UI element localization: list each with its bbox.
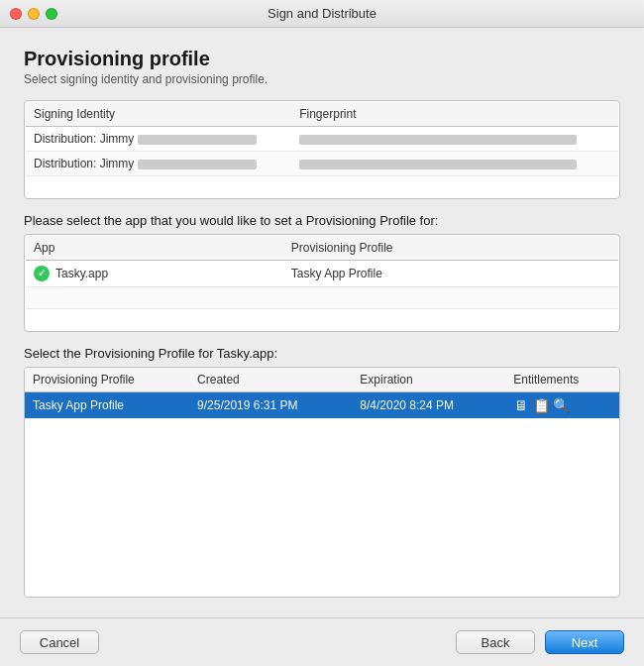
fingerprint-cell	[291, 127, 618, 152]
signing-identity-section: Signing Identity Fingerprint Distributio…	[24, 100, 620, 199]
entitlement-icons: 🖥 📋 🔍	[513, 397, 611, 413]
close-button[interactable]	[10, 8, 22, 20]
check-circle-icon: ✓	[34, 266, 50, 281]
empty-row	[26, 309, 619, 331]
profile-name-col-header: Provisioning Profile	[25, 368, 189, 392]
checkmark: ✓	[38, 269, 46, 278]
provisioning-profile-col-header: Provisioning Profile	[283, 236, 619, 261]
profile-table: Provisioning Profile Created Expiration …	[25, 368, 619, 418]
signing-identity-cell: Distribution: Jimmy	[26, 127, 292, 152]
main-content: Provisioning profile Select signing iden…	[0, 28, 644, 617]
entitlement-icon-1[interactable]: 🖥	[513, 397, 529, 413]
page-subtitle: Select signing identity and provisioning…	[24, 72, 620, 86]
empty-row	[26, 176, 619, 198]
app-col-header: App	[26, 236, 283, 261]
signing-identity-table: Signing Identity Fingerprint Distributio…	[25, 101, 619, 198]
signing-identity-col-header: Signing Identity	[26, 102, 292, 127]
profile-table-section: Select the Provisioning Profile for Task…	[24, 346, 620, 598]
profile-expiration-cell: 8/4/2020 8:24 PM	[352, 392, 505, 419]
entitlement-icon-2[interactable]: 📋	[533, 397, 549, 413]
cancel-button[interactable]: Cancel	[20, 630, 99, 654]
table-row[interactable]: ✓ Tasky.app Tasky App Profile	[26, 261, 619, 287]
profile-table-container: Provisioning Profile Created Expiration …	[24, 367, 620, 598]
footer-right: Back Next	[456, 630, 624, 654]
back-button[interactable]: Back	[456, 630, 535, 654]
expiration-col-header: Expiration	[352, 368, 505, 392]
profile-name-cell: Tasky App Profile	[25, 392, 189, 419]
titlebar-title: Sign and Distribute	[268, 6, 376, 21]
footer: Cancel Back Next	[0, 617, 644, 666]
profile-section-label: Select the Provisioning Profile for Task…	[24, 346, 620, 361]
signing-identity-cell: Distribution: Jimmy	[26, 152, 292, 176]
page-title: Provisioning profile	[24, 48, 620, 70]
table-row[interactable]: Distribution: Jimmy	[26, 152, 619, 176]
app-name: Tasky.app	[55, 267, 108, 280]
app-selection-section: Please select the app that you would lik…	[24, 213, 620, 332]
minimize-button[interactable]	[28, 8, 40, 20]
page-header: Provisioning profile Select signing iden…	[24, 48, 620, 86]
next-button[interactable]: Next	[545, 630, 624, 654]
fingerprint-col-header: Fingerprint	[291, 102, 618, 127]
profile-entitlements-cell: 🖥 📋 🔍	[505, 392, 619, 419]
table-row[interactable]: Distribution: Jimmy	[26, 127, 619, 152]
app-table-wrapper: App Provisioning Profile ✓ Tasky.app	[24, 234, 620, 332]
signing-identity-table-wrapper: Signing Identity Fingerprint Distributio…	[24, 100, 620, 199]
entitlements-col-header: Entitlements	[505, 368, 619, 392]
titlebar: Sign and Distribute	[0, 0, 644, 28]
traffic-lights	[10, 8, 57, 20]
app-section-label: Please select the app that you would lik…	[24, 213, 620, 228]
table-row[interactable]: Tasky App Profile 9/25/2019 6:31 PM 8/4/…	[25, 392, 619, 419]
app-profile-cell: Tasky App Profile	[283, 261, 619, 287]
created-col-header: Created	[189, 368, 352, 392]
entitlement-icon-3[interactable]: 🔍	[553, 397, 569, 413]
app-cell: ✓ Tasky.app	[26, 261, 283, 287]
fingerprint-cell	[291, 152, 618, 176]
empty-row	[26, 287, 619, 309]
maximize-button[interactable]	[46, 8, 57, 20]
profile-created-cell: 9/25/2019 6:31 PM	[189, 392, 352, 419]
app-table: App Provisioning Profile ✓ Tasky.app	[25, 235, 619, 331]
